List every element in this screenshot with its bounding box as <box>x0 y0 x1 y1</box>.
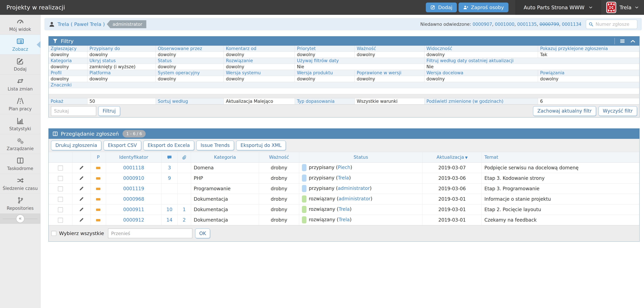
handler-link[interactable]: Trela <box>338 175 349 181</box>
row-checkbox[interactable] <box>58 186 63 191</box>
handler-link[interactable]: Trela <box>338 217 350 222</box>
filter-field-wersja-produktu[interactable]: Wersja produktu <box>295 70 355 76</box>
filter-field-rozwi-zanie[interactable]: Rozwiązanie <box>224 58 295 64</box>
recent-issue-link[interactable]: 0000799 <box>540 22 559 27</box>
column-header-identyfikator[interactable]: Identyfikator <box>119 154 148 160</box>
paperclip-icon[interactable] <box>182 155 187 160</box>
sidebar-item-zarz-dzanie[interactable]: Zarządzanie <box>0 134 40 154</box>
column-header-kategoria[interactable]: Kategoria <box>214 154 236 160</box>
filter-field-system-operacyjny[interactable]: System operacyjny <box>156 70 224 76</box>
filter-field-kategoria[interactable]: Kategoria <box>48 58 88 64</box>
sidebar-item-ledzenie-czasu[interactable]: Śledzenie czasu <box>0 174 40 194</box>
issue-id-link[interactable]: 0000912 <box>123 217 144 223</box>
handler-link[interactable]: Trela <box>338 206 350 212</box>
issue-trends-button[interactable]: Issue Trends <box>196 141 234 150</box>
attachment-count-link[interactable]: 2 <box>182 217 186 223</box>
eksportuj-do-xml-button[interactable]: Eksportuj do XML <box>236 141 286 150</box>
sidebar-item-lista-zmian[interactable]: Lista zmian <box>0 74 40 94</box>
edit-issue-icon[interactable] <box>79 217 84 223</box>
clear-filter-button[interactable]: Wyczyść filtr <box>598 106 637 116</box>
filter-field-ukryj-status[interactable]: Ukryj status <box>88 58 156 64</box>
filter-field-wa-no[interactable]: Ważność <box>355 46 424 52</box>
ok-button[interactable]: OK <box>195 228 210 238</box>
handler-link[interactable]: Piech <box>338 165 350 170</box>
issue-id-link[interactable]: 0001118 <box>123 165 144 170</box>
filter-field-poprawione-w-wersji[interactable]: Poprawione w wersji <box>355 70 424 76</box>
edit-issue-icon[interactable] <box>79 165 84 170</box>
filter-field-wersja-systemu[interactable]: Wersja systemu <box>224 70 295 76</box>
save-filter-button[interactable]: Zachowaj aktualny filtr <box>533 106 596 116</box>
row-checkbox[interactable] <box>58 207 63 212</box>
select-all-checkbox[interactable] <box>51 231 56 236</box>
filters-menu-icon[interactable] <box>620 38 625 44</box>
edit-issue-icon[interactable] <box>79 207 84 212</box>
filter-field-u-ywaj-filtr-w-daty[interactable]: Używaj filtrów daty <box>295 58 424 64</box>
filter-field-platforma[interactable]: Platforma <box>88 70 156 76</box>
column-header-aktualizacja[interactable]: Aktualizacja <box>436 154 464 160</box>
filter-field-widoczno[interactable]: Widoczność <box>424 46 538 52</box>
sidebar-item-plan-pracy[interactable]: Plan pracy <box>0 94 40 114</box>
recent-issue-link[interactable]: 0001000 <box>495 22 514 27</box>
note-count-link[interactable]: 10 <box>166 207 172 212</box>
filter-field-priorytet[interactable]: Priorytet <box>295 46 355 52</box>
handler-link[interactable]: administrator <box>338 196 370 201</box>
column-header-wa-no[interactable]: Ważność <box>269 154 289 160</box>
filters-collapse-icon[interactable] <box>630 38 636 44</box>
edit-issue-icon[interactable] <box>79 196 84 202</box>
column-header-p[interactable]: P <box>97 154 100 160</box>
recent-issue-link[interactable]: 0000907 <box>472 22 492 27</box>
filter-field-zg-aszaj-cy[interactable]: Zgłaszający <box>48 46 88 52</box>
note-count-link[interactable]: 14 <box>166 217 172 223</box>
issue-id-link[interactable]: 0000968 <box>123 196 144 202</box>
filter-field-komentarz-od[interactable]: Komentarz od <box>224 46 295 52</box>
filter-field-typ-dopasowania[interactable]: Typ dopasowania <box>295 98 355 105</box>
issue-id-link[interactable]: 0001119 <box>123 186 144 191</box>
sidebar-item-repositories[interactable]: Repositories <box>0 194 40 214</box>
row-checkbox[interactable] <box>58 218 63 223</box>
filter-field-filtruj-wed-ug-daty-ostatniej-aktualizacji[interactable]: Filtruj według daty ostatniej aktualizac… <box>424 58 640 64</box>
filter-field-poka[interactable]: Pokaż <box>48 98 88 105</box>
note-count-link[interactable]: 3 <box>168 165 171 170</box>
issue-id-link[interactable]: 0000910 <box>123 175 144 181</box>
user-menu[interactable]: Trela <box>601 0 644 15</box>
apply-filter-button[interactable]: Filtruj <box>98 106 120 116</box>
attachment-count-link[interactable]: 1 <box>182 207 186 212</box>
row-checkbox[interactable] <box>58 165 63 170</box>
issue-search-input[interactable] <box>595 21 635 27</box>
note-count-link[interactable]: 9 <box>168 175 171 181</box>
filter-field-profil[interactable]: Profil <box>48 70 88 76</box>
sidebar-item-zobacz[interactable]: Zobacz <box>0 35 40 55</box>
edit-issue-icon[interactable] <box>79 175 84 181</box>
recent-issue-link[interactable]: 0001134 <box>562 22 582 27</box>
invite-users-button[interactable]: Zaproś osoby <box>458 2 508 12</box>
row-checkbox[interactable] <box>58 197 63 202</box>
add-issue-button[interactable]: Dodaj <box>426 2 457 12</box>
sidebar-collapse-button[interactable]: « <box>16 214 24 223</box>
issue-id-link[interactable]: 0000911 <box>123 207 144 212</box>
filter-field-wersja-docelowa[interactable]: Wersja docelowa <box>424 70 538 76</box>
sidebar-item-m-j-widok[interactable]: Mój widok <box>0 15 40 35</box>
comment-icon[interactable] <box>167 155 172 160</box>
drukuj-zg-oszenia-button[interactable]: Drukuj zgłoszenia <box>51 141 102 150</box>
filter-field-pokazuj-przyklejone-zg-oszenia[interactable]: Pokazuj przyklejone zgłoszenia <box>538 46 640 52</box>
project-selector[interactable]: Auto Parts Strona WWW <box>516 0 601 15</box>
column-header-status[interactable]: Status <box>354 154 368 160</box>
filter-field-sortuj-wed-ug[interactable]: Sortuj według <box>156 98 224 105</box>
filter-search-input[interactable] <box>51 106 96 116</box>
move-action-select[interactable] <box>108 228 192 238</box>
filter-field-przypisany-do[interactable]: Przypisany do <box>88 46 156 52</box>
filter-field-znaczniki[interactable]: Znaczniki <box>48 82 640 88</box>
recent-issue-link[interactable]: 0001135 <box>517 22 537 27</box>
sidebar-item-statystyki[interactable]: Statystyki <box>0 114 40 134</box>
sidebar-item-taskodrome[interactable]: Taskodrome <box>0 154 40 174</box>
eksport-do-excela-button[interactable]: Eksport do Excela <box>143 141 194 150</box>
sidebar-item-dodaj[interactable]: Dodaj <box>0 55 40 74</box>
edit-issue-icon[interactable] <box>79 186 84 191</box>
column-header-temat[interactable]: Temat <box>484 154 498 160</box>
filter-field-powi-zania[interactable]: Powiązania <box>538 70 640 76</box>
eksport-csv-button[interactable]: Eksport CSV <box>104 141 141 150</box>
row-checkbox[interactable] <box>58 176 63 181</box>
filter-field-status[interactable]: Status <box>156 58 224 64</box>
filter-field-pod-wietl-zmienione-w-godzinach[interactable]: Podświetl zmienione (w godzinach) <box>424 98 538 105</box>
current-user-link[interactable]: Trela ( Paweł Trela ) <box>58 21 105 27</box>
